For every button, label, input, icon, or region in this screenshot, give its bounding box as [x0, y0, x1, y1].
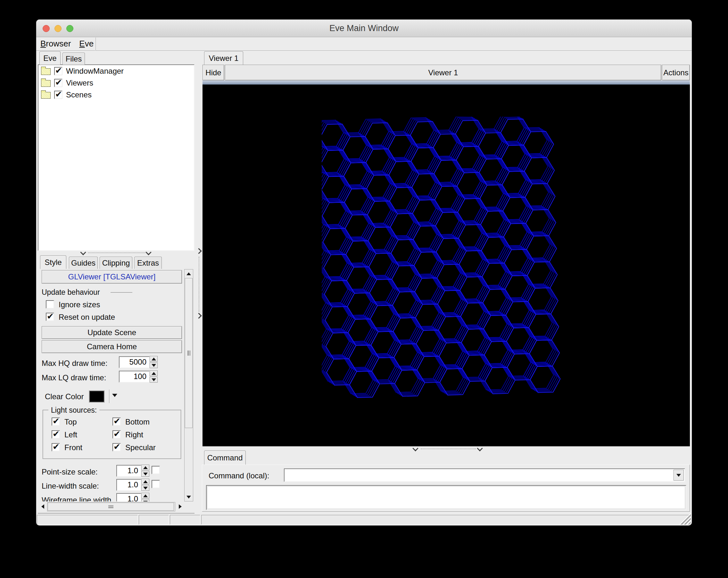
glviewer-button[interactable]: GLViewer [TGLSAViewer] [42, 270, 182, 284]
draw-time-label: Max LQ draw time: [42, 373, 106, 382]
chevron-right-icon [196, 313, 202, 318]
scrollbar-track[interactable] [47, 502, 175, 511]
tree-item-checkbox[interactable] [54, 79, 62, 87]
draw-time-spinner[interactable]: 5000 [119, 356, 150, 368]
draw-time-spinner[interactable]: 100 [119, 371, 150, 383]
command-panel: Command (local): [202, 465, 690, 512]
divider [109, 390, 110, 403]
style-scrollbar-vertical[interactable] [184, 269, 193, 501]
checkbox-light-bottom[interactable] [112, 418, 121, 426]
spin-up-button[interactable] [141, 493, 149, 499]
spin-down-button[interactable] [150, 362, 158, 368]
eve-tree: WindowManagerViewersScenes [38, 64, 194, 251]
spin-up-button[interactable] [150, 370, 158, 376]
tree-item-windowmanager[interactable]: WindowManager [38, 65, 194, 77]
tab-files[interactable]: Files [62, 53, 85, 65]
eve-main-window: Eve Main Window BrowserEve Eve Files Win… [36, 20, 692, 525]
menu-browser[interactable]: Browser [36, 37, 75, 50]
light-sources-title: Light sources: [48, 406, 99, 415]
checkbox-ignore-sizes[interactable] [46, 300, 54, 309]
checkbox-reset-on-update[interactable] [46, 313, 54, 321]
spin-up-button[interactable] [141, 465, 149, 470]
gl-viewport[interactable] [203, 85, 690, 446]
menu-box: BrowserEve [36, 37, 96, 51]
folder-icon [41, 92, 51, 99]
scroll-up-arrow-icon[interactable] [185, 270, 192, 278]
chevron-down-icon [112, 394, 117, 397]
spin-down-button[interactable] [150, 377, 158, 383]
scale-spinner[interactable]: 1.0 [116, 479, 141, 491]
style-scrollbar-horizontal[interactable] [39, 501, 184, 512]
clear-color-dropdown[interactable] [112, 394, 117, 397]
scale-override-checkbox[interactable] [152, 466, 160, 474]
command-input[interactable] [284, 468, 685, 482]
tree-item-viewers[interactable]: Viewers [38, 77, 194, 89]
update-behaviour-title: Update behaviour [42, 288, 100, 297]
status-cell [37, 515, 138, 525]
scroll-down-arrow-icon[interactable] [185, 493, 192, 501]
command-output[interactable] [206, 485, 686, 510]
down-arrow-icon [152, 378, 156, 381]
chevron-right-icon [196, 248, 202, 254]
up-arrow-icon [143, 466, 148, 469]
up-arrow-icon [152, 358, 156, 361]
panel-bottom-edge [38, 513, 194, 514]
group-title-line [110, 292, 132, 293]
scrollbar-thumb[interactable] [48, 503, 174, 511]
update-scene-button[interactable]: Update Scene [42, 326, 182, 339]
folder-icon [41, 68, 51, 75]
status-cell [139, 515, 169, 525]
tab-command[interactable]: Command [204, 450, 246, 465]
checkbox-light-specular[interactable] [112, 443, 121, 451]
splitter-dots [421, 449, 476, 449]
scroll-right-arrow-icon[interactable] [176, 503, 184, 510]
spin-down-button[interactable] [141, 471, 149, 477]
clear-color-swatch[interactable] [89, 391, 104, 402]
light-label: Bottom [125, 418, 150, 426]
tab-extras[interactable]: Extras [134, 257, 162, 269]
tree-item-checkbox[interactable] [54, 91, 62, 99]
status-cell [201, 515, 690, 525]
down-arrow-icon [143, 473, 148, 475]
tab-eve[interactable]: Eve [40, 51, 60, 65]
viewer-dock-handle[interactable] [203, 80, 690, 85]
tree-item-scenes[interactable]: Scenes [38, 89, 194, 101]
light-label: Top [64, 418, 77, 426]
hex-lattice-structure [322, 116, 568, 418]
chevron-down-icon [676, 474, 681, 477]
scale-spinner[interactable]: 1.0 [116, 465, 141, 477]
command-dropdown-button[interactable] [674, 470, 684, 481]
tab-clipping[interactable]: Clipping [100, 257, 132, 269]
checkbox-light-left[interactable] [52, 430, 60, 439]
splitter-dots [88, 253, 145, 253]
tree-item-label: Viewers [66, 79, 93, 87]
scale-override-checkbox[interactable] [152, 480, 160, 488]
titlebar: Eve Main Window [36, 20, 692, 37]
scroll-left-arrow-icon[interactable] [39, 503, 47, 510]
status-cell [170, 515, 200, 525]
tree-item-label: WindowManager [66, 67, 124, 76]
checkbox-light-right[interactable] [112, 430, 121, 439]
spin-down-button[interactable] [141, 485, 149, 491]
menu-eve[interactable]: Eve [75, 37, 98, 50]
tab-viewer-1[interactable]: Viewer 1 [204, 51, 243, 65]
up-arrow-icon [143, 480, 148, 483]
hide-button[interactable]: Hide [203, 65, 224, 80]
checkbox-light-top[interactable] [52, 418, 60, 426]
tab-style[interactable]: Style [40, 255, 66, 269]
tab-guides[interactable]: Guides [69, 257, 98, 269]
checkbox-label: Reset on update [59, 313, 115, 322]
camera-home-button[interactable]: Camera Home [42, 340, 182, 353]
spin-up-button[interactable] [150, 356, 158, 362]
actions-button[interactable]: Actions [662, 65, 690, 80]
spin-up-button[interactable] [141, 479, 149, 484]
down-arrow-icon [152, 364, 156, 367]
viewer-header-title[interactable]: Viewer 1 [225, 65, 661, 80]
light-label: Right [125, 430, 143, 439]
scrollbar-thumb[interactable] [185, 278, 192, 428]
checkbox-light-front[interactable] [52, 443, 60, 451]
tree-item-checkbox[interactable] [54, 67, 62, 75]
chevron-down-icon [412, 445, 418, 451]
window-title: Eve Main Window [36, 20, 692, 37]
down-arrow-icon [143, 487, 148, 490]
